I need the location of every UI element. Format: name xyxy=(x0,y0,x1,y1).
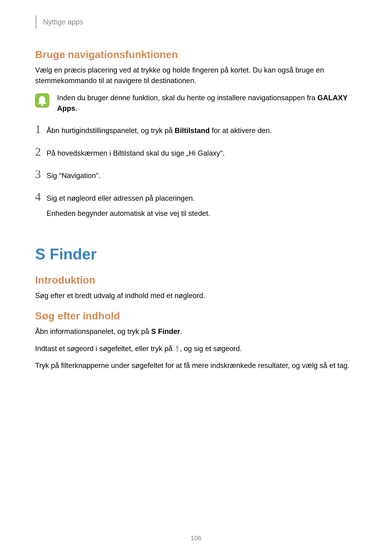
step-1-post: for at aktivere den. xyxy=(210,126,272,134)
document-page: Nyttige apps Bruge navigationsfunktionen… xyxy=(0,0,392,555)
page-header: Nyttige apps xyxy=(35,15,357,29)
note-post: . xyxy=(75,104,77,112)
section-title: Nyttige apps xyxy=(43,18,83,26)
intro-text: Søg efter et bredt udvalg af indhold med… xyxy=(35,290,357,301)
step-text: Sig "Navigation". xyxy=(47,170,100,181)
header-divider xyxy=(35,15,37,29)
step-number: 4 xyxy=(35,191,47,203)
step-4-line2: Enheden begynder automatisk at vise vej … xyxy=(47,208,210,219)
step-3: 3 Sig "Navigation". xyxy=(35,168,357,181)
bell-icon xyxy=(35,93,49,108)
p2-pre: Indtast et søgeord i søgefeltet, eller t… xyxy=(35,344,175,353)
heading-intro: Introduktion xyxy=(35,274,357,286)
step-4: 4 Sig et nøgleord eller adressen på plac… xyxy=(35,191,357,219)
step-4-line1: Sig et nøgleord eller adressen på placer… xyxy=(47,194,195,202)
step-1-bold: Biltilstand xyxy=(175,126,210,134)
page-number: 106 xyxy=(0,534,392,542)
microphone-icon xyxy=(175,344,180,351)
heading-nav: Bruge navigationsfunktionen xyxy=(35,48,357,60)
note-text: Inden du bruger denne funktion, skal du … xyxy=(57,93,357,114)
step-number: 2 xyxy=(35,146,47,158)
svg-rect-1 xyxy=(176,346,178,349)
search-p3: Tryk på filterknapperne under søgefeltet… xyxy=(35,360,357,371)
search-p2: Indtast et søgeord i søgefeltet, eller t… xyxy=(35,343,357,354)
p1-bold: S Finder xyxy=(151,327,180,336)
step-text: Åbn hurtigindstillingspanelet, og tryk p… xyxy=(47,125,272,136)
step-number: 1 xyxy=(35,124,47,135)
heading-search: Søg efter indhold xyxy=(35,310,357,322)
step-number: 3 xyxy=(35,168,47,180)
step-1: 1 Åbn hurtigindstillingspanelet, og tryk… xyxy=(35,124,357,136)
p1-pre: Åbn informationspanelet, og tryk på xyxy=(35,327,151,336)
heading-sfinder: S Finder xyxy=(35,245,357,263)
note-block: Inden du bruger denne funktion, skal du … xyxy=(35,93,357,114)
p1-post: . xyxy=(180,327,182,336)
step-1-pre: Åbn hurtigindstillingspanelet, og tryk p… xyxy=(47,126,175,134)
search-p1: Åbn informationspanelet, og tryk på S Fi… xyxy=(35,326,357,337)
step-text: På hovedskærmen i Biltilstand skal du si… xyxy=(47,148,225,159)
note-pre: Inden du bruger denne funktion, skal du … xyxy=(57,94,317,102)
step-text: Sig et nøgleord eller adressen på placer… xyxy=(47,193,210,219)
p2-post: , og sig et søgeord. xyxy=(180,344,242,353)
step-2: 2 På hovedskærmen i Biltilstand skal du … xyxy=(35,146,357,159)
nav-intro: Vælg en præcis placering ved at trykke o… xyxy=(35,65,357,86)
